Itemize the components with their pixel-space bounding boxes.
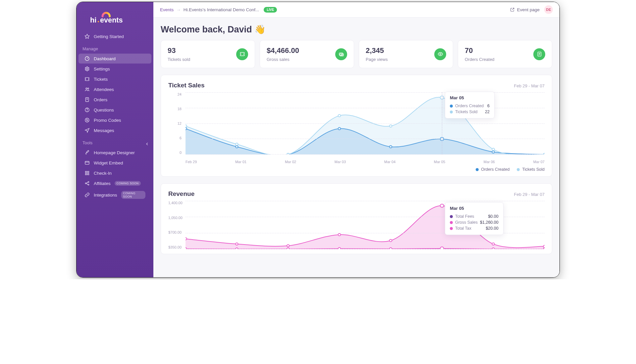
nav-label: Affiliates (94, 181, 111, 186)
card-title: Ticket Sales (168, 82, 205, 89)
nav-messages[interactable]: Messages (79, 125, 151, 135)
section-tools: Tools (77, 136, 153, 147)
svg-point-30 (341, 54, 342, 55)
nav-questions[interactable]: Questions (79, 105, 151, 115)
event-page-label: Event page (517, 7, 540, 12)
svg-rect-17 (85, 161, 89, 164)
legend-orders[interactable]: Orders Created (476, 167, 509, 172)
date-range: Feb 29 - Mar 07 (514, 83, 545, 88)
svg-text:events: events (100, 16, 123, 24)
topbar: Events → Hi.Events's International Demo … (153, 2, 559, 18)
event-page-link[interactable]: Event page (510, 7, 540, 12)
stat-label: Tickets sold (168, 57, 190, 62)
ticket-sales-chart[interactable]: 24181260 Feb 29Mar 01Mar 02Mar 03Mar 04M… (168, 91, 545, 164)
receipt-icon (533, 48, 545, 60)
cash-icon (335, 48, 347, 60)
nav-homepage-designer[interactable]: Homepage Designer (79, 148, 151, 158)
crumb-event[interactable]: Hi.Events's International Demo Conf... (184, 7, 259, 12)
stat-tickets-sold: 93Tickets sold (161, 40, 255, 68)
y-axis: 24181260 (168, 92, 184, 155)
nav-label: Dashboard (94, 56, 116, 61)
share-icon (84, 181, 90, 186)
stat-label: Page views (366, 57, 388, 62)
gear-icon (84, 66, 90, 71)
chart-tooltip: Mar 05 Total Fees$0.00 Gross Sales$1,260… (445, 202, 504, 235)
stats-row: 93Tickets sold $4,466.00Gross sales 2,34… (161, 40, 552, 68)
brand-logo[interactable]: hi events (77, 8, 153, 31)
external-link-icon (510, 7, 515, 12)
stat-gross-sales: $4,466.00Gross sales (260, 40, 354, 68)
brush-icon (84, 150, 90, 155)
nav-widget-embed[interactable]: Widget Embed (79, 158, 151, 168)
percent-icon (84, 117, 90, 123)
nav-attendees[interactable]: Attendees (79, 84, 151, 94)
coming-soon-badge: COMING SOON (121, 191, 145, 199)
collapse-sidebar-button[interactable] (145, 142, 151, 148)
send-icon (84, 128, 90, 133)
status-badge: LIVE (264, 7, 277, 13)
embed-icon (84, 160, 90, 165)
stat-orders-created: 70Orders Created (458, 40, 552, 68)
svg-point-12 (87, 111, 87, 111)
page-title: Welcome back, David 👋 (161, 24, 552, 35)
coming-soon-badge: COMING SOON (115, 181, 141, 186)
link-icon (84, 192, 90, 198)
breadcrumb: Events → Hi.Events's International Demo … (160, 7, 277, 13)
qr-icon (84, 170, 90, 176)
nav-label: Getting Started (94, 34, 124, 39)
svg-point-7 (88, 88, 89, 89)
nav-settings[interactable]: Settings (79, 64, 151, 74)
stat-value: 93 (168, 46, 190, 55)
svg-line-27 (86, 184, 88, 185)
stat-value: 70 (465, 46, 495, 55)
svg-point-5 (86, 68, 88, 69)
nav-orders[interactable]: Orders (79, 95, 151, 105)
svg-rect-19 (85, 171, 87, 173)
nav-promo-codes[interactable]: Promo Codes (79, 115, 151, 125)
ticket-icon (236, 48, 248, 60)
svg-point-6 (86, 88, 87, 89)
legend-tickets[interactable]: Tickets Sold (517, 167, 545, 172)
sidebar: hi events Getting Started Manage Dashboa… (77, 2, 153, 277)
star-icon (84, 34, 90, 39)
svg-line-26 (86, 182, 88, 183)
revenue-chart[interactable]: 1,400.001,050.00$700.00$350.00 Mar 05 To… (168, 200, 545, 249)
nav-label: Promo Codes (94, 118, 121, 123)
nav-label: Tickets (94, 77, 108, 82)
chart-tooltip: Mar 05 Orders Created6 Tickets Sold22 (445, 92, 495, 118)
nav-label: Check-In (94, 171, 112, 176)
tooltip-title: Mar 05 (450, 206, 499, 211)
svg-marker-3 (85, 34, 89, 38)
nav-label: Integrations (94, 193, 117, 198)
revenue-card: Revenue Feb 29 - Mar 07 1,400.001,050.00… (161, 183, 552, 254)
crumb-root[interactable]: Events (160, 7, 174, 12)
nav-getting-started[interactable]: Getting Started (79, 31, 151, 41)
stat-value: 2,345 (366, 46, 388, 55)
nav-tickets[interactable]: Tickets (79, 74, 151, 84)
date-range: Feb 29 - Mar 07 (514, 192, 545, 197)
nav-label: Questions (94, 108, 114, 113)
receipt-icon (84, 97, 90, 102)
svg-point-15 (86, 119, 86, 119)
question-icon (84, 107, 90, 113)
svg-rect-21 (85, 173, 87, 175)
nav-label: Widget Embed (94, 160, 123, 165)
nav-affiliates[interactable]: Affiliates COMING SOON (79, 178, 151, 188)
y-axis: 1,400.001,050.00$700.00$350.00 (168, 201, 184, 249)
nav-check-in[interactable]: Check-In (79, 168, 151, 178)
eye-icon (434, 48, 446, 60)
avatar[interactable]: DE (544, 5, 553, 14)
ticket-sales-card: Ticket Sales Feb 29 - Mar 07 24181260 Fe… (161, 75, 552, 177)
stat-value: $4,466.00 (267, 46, 299, 55)
svg-point-1 (98, 21, 99, 22)
section-manage: Manage (77, 42, 153, 53)
nav-label: Orders (94, 97, 107, 102)
nav-integrations[interactable]: Integrations COMING SOON (79, 189, 151, 201)
nav-label: Attendees (94, 87, 114, 92)
nav-dashboard[interactable]: Dashboard (79, 54, 151, 64)
svg-rect-20 (87, 171, 89, 173)
stat-label: Orders Created (465, 57, 495, 62)
svg-text:hi: hi (90, 16, 96, 24)
stat-page-views: 2,345Page views (359, 40, 453, 68)
nav-label: Messages (94, 128, 114, 133)
